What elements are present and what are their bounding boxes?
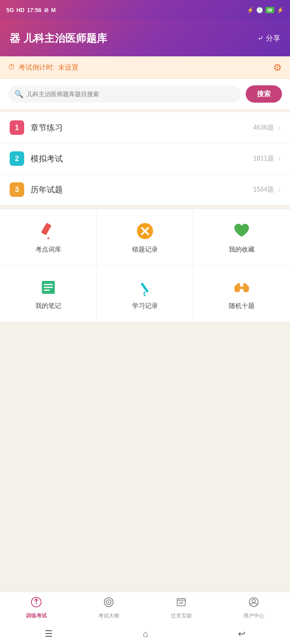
status-bar: 5G HD 17:56 ⊘ M ⚡ 🕐 99 ⚡: [0, 0, 290, 20]
svg-point-26: [252, 599, 255, 603]
signal-text: 5G: [6, 7, 14, 13]
countdown-bar: ⏱ 考试倒计时: 未设置 ⚙: [0, 56, 290, 79]
svg-rect-16: [243, 283, 246, 287]
grid-row-1: 考点词库 错题记录 我的收藏: [0, 209, 290, 266]
menu-label-chapter: 章节练习: [31, 122, 253, 133]
study-icon: [135, 277, 155, 298]
status-left: 5G HD 17:56 ⊘ M: [6, 7, 56, 13]
svg-rect-0: [41, 223, 51, 235]
nav-item-treasure[interactable]: 过关宝箱: [145, 592, 218, 624]
share-button[interactable]: ⤶ 分享: [257, 33, 280, 43]
book-nav-icon: [176, 597, 187, 611]
content-area: [0, 322, 290, 483]
user-nav-icon: [248, 597, 259, 611]
nav-item-user[interactable]: 用户中心: [218, 592, 290, 624]
wrong-icon: [135, 221, 155, 242]
menu-num-3: 3: [10, 182, 24, 197]
search-input-wrap: 🔍: [8, 86, 241, 103]
menu-label-past: 历年试题: [31, 184, 253, 195]
svg-rect-15: [237, 283, 240, 287]
pencil-icon: [38, 221, 59, 242]
hd-badge: HD: [17, 7, 25, 13]
vocabulary-label: 考点词库: [35, 246, 61, 254]
clock-countdown-icon: ⏱: [8, 63, 15, 72]
m-icon: M: [51, 7, 56, 13]
chevron-icon-3: ›: [278, 186, 280, 194]
time-display: 17:56: [27, 7, 41, 13]
grid-cell-study-record[interactable]: 学习记录: [97, 266, 193, 322]
svg-rect-10: [140, 282, 149, 293]
study-record-label: 学习记录: [132, 302, 158, 310]
nav-label-user: 用户中心: [243, 612, 264, 619]
home-nav-icon: [31, 597, 42, 611]
binoculars-icon: [231, 277, 252, 298]
bluetooth-icon: ⚡: [247, 7, 254, 13]
menu-item-chapter[interactable]: 1 章节练习 4636题 ›: [0, 112, 290, 143]
menu-count-mock: 1811题: [253, 155, 274, 163]
nav-label-treasure: 过关宝箱: [171, 612, 192, 619]
grid-cell-wrong[interactable]: 错题记录: [97, 209, 193, 265]
notes-label: 我的笔记: [35, 302, 61, 310]
countdown-value: 未设置: [58, 63, 79, 72]
nav-label-outline: 考试大纲: [98, 612, 119, 619]
svg-marker-1: [47, 237, 50, 239]
chevron-icon-2: ›: [278, 155, 280, 163]
svg-point-20: [108, 601, 110, 603]
search-button[interactable]: 搜索: [246, 85, 282, 103]
grid-cell-random[interactable]: 随机十题: [193, 266, 290, 322]
search-icon: 🔍: [14, 90, 23, 99]
system-nav-bar: ☰ ⌂ ↩: [0, 624, 290, 644]
system-menu-button[interactable]: ☰: [45, 629, 53, 639]
share-label: 分享: [266, 33, 280, 43]
app-icon: 器: [10, 31, 20, 45]
status-right: ⚡ 🕐 99 ⚡: [247, 7, 284, 13]
countdown-label: 考试倒计时:: [19, 63, 55, 72]
app-header: 器 儿科主治医师题库 ⤶ 分享: [0, 20, 290, 56]
grid-cell-favorites[interactable]: 我的收藏: [193, 209, 290, 265]
battery-display: 99: [265, 7, 274, 13]
menu-num-1: 1: [10, 120, 24, 135]
svg-rect-14: [239, 287, 244, 289]
wrong-label: 错题记录: [132, 246, 158, 254]
grid-section: 考点词库 错题记录 我的收藏: [0, 209, 290, 322]
grid-cell-notes[interactable]: 我的笔记: [0, 266, 97, 322]
search-bar: 🔍 搜索: [0, 79, 290, 109]
compass-icon: ⊘: [44, 7, 49, 13]
header-title: 器 儿科主治医师题库: [10, 31, 107, 45]
settings-button[interactable]: ⚙: [273, 62, 282, 73]
system-home-button[interactable]: ⌂: [143, 629, 148, 639]
flash-icon: ⚡: [277, 7, 284, 13]
grid-cell-vocabulary[interactable]: 考点词库: [0, 209, 97, 265]
menu-num-2: 2: [10, 151, 24, 166]
svg-marker-11: [142, 293, 146, 296]
menu-list: 1 章节练习 4636题 › 2 模拟考试 1811题 › 3 历年试题 156…: [0, 112, 290, 205]
favorites-label: 我的收藏: [229, 246, 255, 254]
menu-item-past[interactable]: 3 历年试题 1564题 ›: [0, 174, 290, 205]
grid-row-2: 我的笔记 学习记录 随机十题: [0, 266, 290, 322]
heart-icon: [231, 221, 252, 242]
share-icon: ⤶: [257, 34, 263, 43]
system-back-button[interactable]: ↩: [238, 629, 245, 639]
countdown-text: ⏱ 考试倒计时: 未设置: [8, 63, 79, 72]
app-title-text: 儿科主治医师题库: [23, 31, 107, 45]
search-input[interactable]: [27, 91, 234, 97]
target-nav-icon: [103, 597, 114, 611]
svg-rect-9: [143, 291, 145, 294]
bottom-nav: 训练考试 考试大纲 过关宝箱: [0, 592, 290, 624]
random-label: 随机十题: [229, 302, 255, 310]
note-icon: [38, 277, 59, 298]
menu-count-past: 1564题: [253, 186, 274, 194]
nav-item-train[interactable]: 训练考试: [0, 592, 72, 624]
nav-item-outline[interactable]: 考试大纲: [72, 592, 145, 624]
menu-label-mock: 模拟考试: [31, 153, 253, 164]
nav-label-train: 训练考试: [26, 612, 47, 619]
clock-icon: 🕐: [256, 7, 263, 13]
menu-item-mock[interactable]: 2 模拟考试 1811题 ›: [0, 143, 290, 174]
chevron-icon-1: ›: [278, 124, 280, 132]
menu-count-chapter: 4636题: [253, 124, 274, 132]
